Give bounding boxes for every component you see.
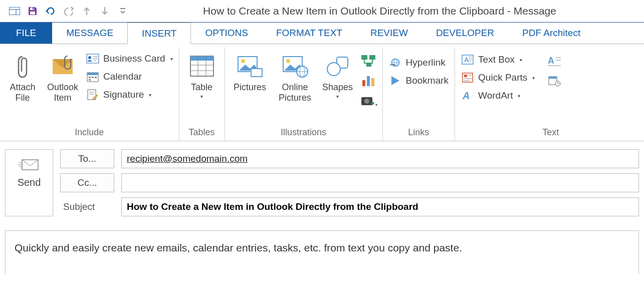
previous-icon[interactable] [81, 6, 92, 17]
send-button[interactable]: Send [5, 149, 53, 216]
svg-point-37 [327, 63, 340, 76]
text-box-icon: A [461, 53, 474, 66]
tab-message[interactable]: MESSAGE [52, 23, 127, 44]
ribbon: Attach File Outlook Item Business Card ▾ [0, 44, 644, 141]
table-icon [189, 51, 214, 81]
svg-text:A: A [548, 56, 554, 66]
cc-field[interactable] [121, 173, 639, 192]
ribbon-tabs: FILE MESSAGE INSERT OPTIONS FORMAT TEXT … [0, 23, 644, 44]
group-label: Text [459, 125, 564, 141]
svg-rect-23 [190, 56, 213, 61]
tab-format-text[interactable]: FORMAT TEXT [262, 23, 356, 44]
svg-rect-14 [87, 73, 98, 75]
customize-qat-icon[interactable] [117, 6, 128, 17]
online-pictures-button[interactable]: Online Pictures [274, 49, 316, 103]
tab-pdf-architect[interactable]: PDF Architect [508, 23, 594, 44]
dropdown-arrow-icon: ▾ [191, 94, 212, 100]
group-text: A Text Box ▾ Quick Parts ▾ A WordA [455, 47, 568, 141]
smartart-button[interactable] [359, 52, 378, 69]
group-label: Illustrations [229, 125, 378, 141]
wordart-icon: A [461, 89, 474, 102]
chart-button[interactable] [359, 72, 378, 89]
window-icon [9, 6, 20, 17]
to-field[interactable] [121, 149, 639, 168]
svg-rect-42 [367, 76, 370, 86]
screenshot-icon: ▾ [360, 94, 377, 107]
svg-text:A: A [462, 90, 470, 101]
smartart-icon [360, 54, 377, 67]
drop-cap-icon: A [547, 55, 562, 67]
outlook-item-button[interactable]: Outlook Item [44, 49, 81, 103]
shapes-icon [326, 51, 350, 81]
window-title: How to Create a New Item in Outlook Dire… [135, 5, 644, 17]
svg-rect-5 [33, 8, 34, 10]
wordart-button[interactable]: A WordArt ▾ [459, 88, 537, 103]
redo-icon[interactable] [63, 6, 74, 17]
svg-point-45 [364, 99, 369, 104]
send-icon [18, 157, 40, 173]
svg-point-29 [241, 59, 245, 63]
tab-options[interactable]: OPTIONS [191, 23, 262, 44]
svg-point-9 [88, 56, 91, 59]
group-label: Tables [183, 125, 221, 141]
drop-cap-button[interactable]: A [545, 52, 564, 69]
message-body[interactable]: Quickly and easily create new emails, ca… [5, 230, 639, 274]
dropdown-arrow-icon: ▾ [520, 57, 522, 63]
cc-button[interactable]: Cc... [60, 173, 114, 192]
svg-rect-17 [95, 77, 97, 78]
svg-rect-41 [362, 80, 365, 86]
screenshot-button[interactable]: ▾ [359, 92, 378, 109]
text-box-button[interactable]: A Text Box ▾ [459, 52, 537, 67]
svg-rect-56 [464, 75, 467, 77]
svg-rect-43 [371, 78, 374, 86]
signature-icon [86, 88, 99, 101]
tab-insert[interactable]: INSERT [127, 23, 191, 44]
pictures-button[interactable]: Pictures [229, 49, 271, 93]
date-time-icon [548, 75, 561, 87]
group-illustrations: Pictures Online Pictures Shapes▾ [225, 47, 383, 141]
svg-rect-30 [251, 69, 262, 77]
table-button[interactable]: Table▾ [183, 49, 221, 99]
compose-header: Send To... Cc... Subject [0, 141, 644, 216]
tab-file[interactable]: FILE [0, 23, 52, 44]
svg-rect-15 [89, 77, 91, 78]
date-time-button[interactable] [545, 72, 564, 89]
attach-file-button[interactable]: Attach File [4, 49, 41, 103]
dropdown-arrow-icon: ▾ [518, 93, 520, 99]
tab-developer[interactable]: DEVELOPER [422, 23, 508, 44]
outlook-item-icon [51, 51, 75, 81]
hyperlink-button[interactable]: Hyperlink [387, 55, 451, 70]
calendar-button[interactable]: Calendar [84, 69, 175, 84]
chart-icon [361, 74, 376, 87]
group-tables: Table▾ Tables [179, 47, 225, 141]
dropdown-arrow-icon: ▾ [532, 75, 535, 81]
hyperlink-icon [389, 56, 402, 69]
svg-text:▾: ▾ [375, 103, 377, 107]
save-icon[interactable] [27, 6, 38, 17]
tab-review[interactable]: REVIEW [356, 23, 422, 44]
subject-field[interactable] [121, 197, 639, 216]
svg-rect-16 [92, 77, 94, 78]
quick-parts-button[interactable]: Quick Parts ▾ [459, 70, 537, 85]
business-card-button[interactable]: Business Card ▾ [84, 51, 175, 66]
quick-access-toolbar [0, 6, 135, 17]
undo-icon[interactable] [45, 6, 56, 17]
dropdown-arrow-icon: ▾ [149, 92, 151, 98]
svg-rect-40 [366, 63, 371, 67]
signature-button[interactable]: Signature ▾ [84, 87, 175, 102]
paperclip-icon [15, 51, 30, 81]
bookmark-button[interactable]: Bookmark [387, 73, 451, 88]
dropdown-arrow-icon: ▾ [170, 56, 173, 62]
group-include: Attach File Outlook Item Business Card ▾ [0, 47, 179, 141]
next-icon[interactable] [99, 6, 110, 17]
shapes-button[interactable]: Shapes▾ [319, 49, 356, 99]
svg-rect-18 [89, 79, 91, 81]
to-button[interactable]: To... [60, 149, 114, 168]
quick-parts-icon [461, 71, 474, 84]
svg-rect-0 [9, 7, 20, 15]
calendar-icon [86, 70, 99, 83]
svg-rect-39 [369, 55, 375, 60]
svg-text:A: A [464, 56, 469, 64]
group-links: Hyperlink Bookmark Links [383, 47, 456, 141]
svg-rect-4 [30, 12, 35, 15]
